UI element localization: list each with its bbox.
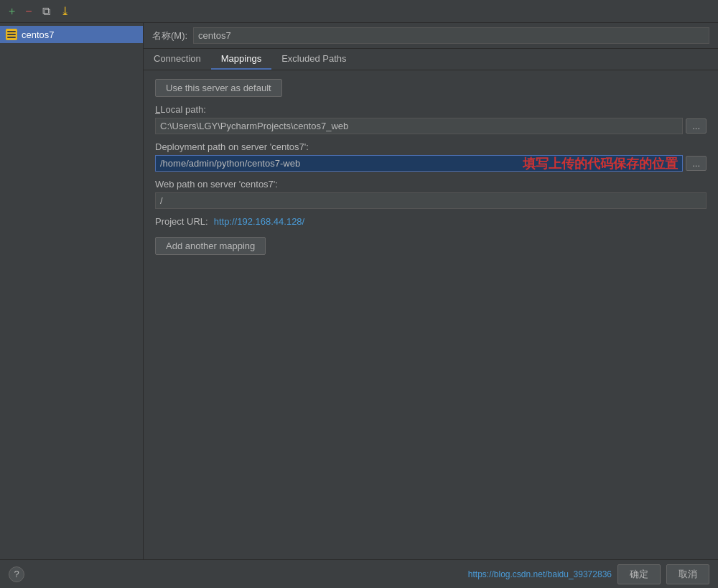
local-path-group: LLocal path: ... [155,104,707,134]
deployment-path-input[interactable] [155,155,683,172]
web-path-group: Web path on server 'centos7': [155,179,707,209]
sidebar-item-centos7[interactable]: centos7 [0,26,143,43]
bottom-bar: ? https://blog.csdn.net/baidu_39372836 确… [0,559,718,588]
web-path-input[interactable] [155,192,707,209]
tab-excluded-paths[interactable]: Excluded Paths [271,49,356,70]
deployment-path-group: Deployment path on server 'centos7': 填写上… [155,141,707,172]
local-path-browse-button[interactable]: ... [686,118,707,134]
local-path-input[interactable] [155,118,683,134]
name-label: 名称(M): [152,29,187,42]
web-path-row [155,192,707,209]
main-area: centos7 名称(M): ↑ Connection Mappings Exc… [0,23,718,559]
name-input[interactable] [193,27,709,44]
name-row: 名称(M): ↑ [144,23,718,49]
cancel-button[interactable]: 取消 [666,564,709,584]
deployment-path-browse-button[interactable]: ... [686,156,707,171]
tab-mappings[interactable]: Mappings [211,49,271,70]
toolbar: + − ⧉ ⤓ [0,0,718,23]
server-icon [6,29,17,40]
red-arrow-annotation: ↑ [689,23,696,24]
sidebar: centos7 [0,23,144,559]
local-path-label: LLocal path: [155,104,707,115]
deployment-path-row: 填写上传的代码保存的位置 ... [155,155,707,172]
web-path-label: Web path on server 'centos7': [155,179,707,190]
default-server-button[interactable]: Use this server as default [155,79,282,97]
project-url-label: Project URL: [155,216,208,227]
project-url-link[interactable]: http://192.168.44.128/ [214,216,305,227]
help-button[interactable]: ? [9,566,24,582]
copy-button[interactable]: ⧉ [39,4,53,19]
content-area: 名称(M): ↑ Connection Mappings Excluded Pa… [144,23,718,559]
mappings-panel: Use this server as default LLocal path: … [144,70,718,263]
deployment-path-label: Deployment path on server 'centos7': [155,141,707,152]
add-mapping-button[interactable]: Add another mapping [155,237,266,255]
sidebar-item-label: centos7 [22,29,55,40]
tabs: Connection Mappings Excluded Paths [144,49,718,70]
remove-button[interactable]: − [22,4,34,19]
add-button[interactable]: + [6,4,18,19]
bottom-right: https://blog.csdn.net/baidu_39372836 确定 … [468,564,709,584]
move-button[interactable]: ⤓ [57,3,73,19]
project-url-row: Project URL: http://192.168.44.128/ [155,216,707,227]
local-path-row: ... [155,118,707,134]
bottom-left: ? [9,566,24,582]
tab-connection[interactable]: Connection [144,49,211,70]
ok-button[interactable]: 确定 [617,564,661,584]
status-url: https://blog.csdn.net/baidu_39372836 [468,569,612,579]
